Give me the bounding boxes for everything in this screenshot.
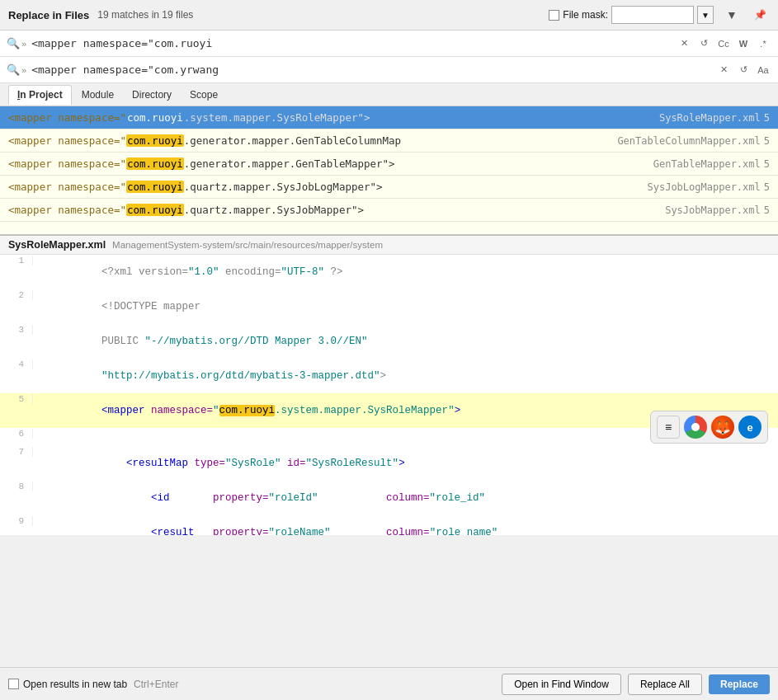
line-num-3: 3 [0,325,33,335]
code-area[interactable]: 1 <?xml version="1.0" encoding="UTF-8" ?… [0,255,778,535]
open-find-window-button[interactable]: Open in Find Window [502,674,621,695]
result-count-2: 5 [764,158,770,170]
replace-in-files-header: Replace in Files 19 matches in 19 files … [0,0,778,31]
floating-icons-overlay: ≡ 🦊 e [650,411,768,444]
clear-icon-1: ✕ [681,38,688,49]
result-count-1: 5 [764,135,770,147]
chrome-icon[interactable] [684,416,707,439]
filter-icon: ▼ [726,8,738,21]
file-mask-dropdown[interactable]: ▼ [697,6,714,24]
dropdown-arrow-icon: ▼ [701,11,710,20]
result-highlight-1: com.ruoyi [126,134,184,147]
line-content-7: <resultMap type="SysRole" id="SysRoleRes… [40,446,405,481]
new-tab-checkbox[interactable] [8,679,19,689]
tab-directory[interactable]: Directory [124,86,180,104]
result-highlight-3: com.ruoyi [126,181,184,193]
result-count-4: 5 [764,204,770,216]
clear-search-2[interactable]: ✕ [715,62,732,78]
tab-in-project[interactable]: In Project [8,85,72,105]
search-arrow-1: » [21,39,26,49]
pin-button[interactable]: 📌 [750,5,770,25]
tab-scope[interactable]: Scope [182,86,226,104]
regex-1[interactable]: .* [755,35,771,52]
line-num-5: 5 [0,394,33,404]
viewer-filename: SysRoleMapper.xml [8,239,106,251]
list-icon[interactable]: ≡ [657,416,680,439]
code-line-4: 4 "http://mybatis.org/dtd/mybatis-3-mapp… [0,359,778,393]
line-content-1: <?xml version="1.0" encoding="UTF-8" ?> [40,255,343,289]
filter-button[interactable]: ▼ [722,5,742,25]
match-count: 19 matches in 19 files [97,9,193,21]
result-prefix-0: <mapper namespace=" [8,111,126,124]
search-text-2[interactable]: <mapper namespace="com.yrwang [31,63,710,76]
w-icon: W [739,39,747,49]
case-sensitive-1[interactable]: Cc [715,35,732,52]
line-num-4: 4 [0,359,33,369]
line-num-8: 8 [0,482,33,491]
result-item[interactable]: <mapper namespace="com.ruoyi.generator.m… [0,153,778,176]
result-content-1: <mapper namespace="com.ruoyi.generator.m… [8,134,601,147]
code-line-9: 9 <result property="roleName" column="ro… [0,515,778,535]
file-mask-area: File mask: ▼ [549,6,714,24]
line-num-7: 7 [0,447,33,457]
search-text-1[interactable]: <mapper namespace="com.ruoyi [31,37,671,49]
line-content-5: <mapper namespace="com.ruoyi.system.mapp… [40,393,460,428]
file-mask-checkbox[interactable] [549,10,559,21]
result-count-0: 5 [764,112,770,124]
tab-module-label: Module [82,89,114,101]
search-arrow-2: » [21,65,26,75]
tab-module[interactable]: Module [73,86,122,104]
refresh-search-1[interactable]: ↺ [695,35,712,52]
replace-button[interactable]: Replace [709,674,770,694]
result-count-3: 5 [764,181,770,193]
file-mask-input[interactable] [611,6,694,24]
word-match-1[interactable]: W [735,35,752,52]
line-content-3: PUBLIC "-//mybatis.org//DTD Mapper 3.0//… [40,324,368,359]
refresh-icon-2: ↺ [740,64,747,75]
line-content-6 [40,428,46,439]
scope-tabs: In Project Module Directory Scope [0,83,778,106]
regex-icon: .* [760,39,766,49]
clear-icon-2: ✕ [720,64,728,75]
search-icon-1: 🔍 » [7,37,26,49]
replace-all-button[interactable]: Replace All [628,674,702,695]
search-row-1: 🔍 » <mapper namespace="com.ruoyi ✕ ↺ Cc … [0,31,778,57]
result-item[interactable]: <mapper namespace="com.ruoyi.quartz.mapp… [0,199,778,222]
cc-icon: Cc [718,39,728,49]
edge-icon[interactable]: e [738,416,761,439]
line-num-2: 2 [0,290,33,300]
line-content-8: <id property="roleId" column="role_id" [40,481,485,515]
firefox-icon[interactable]: 🦊 [711,416,734,439]
code-line-7: 7 <resultMap type="SysRole" id="SysRoleR… [0,446,778,481]
result-prefix-4: <mapper namespace=" [8,204,126,216]
code-line-3: 3 PUBLIC "-//mybatis.org//DTD Mapper 3.0… [0,324,778,359]
refresh-search-2[interactable]: ↺ [735,62,752,78]
line-content-2: <!DOCTYPE mapper [40,289,200,324]
result-suffix-0: .system.mapper.SysRoleMapper"> [184,111,370,124]
result-content-0: <mapper namespace="com.ruoyi.system.mapp… [8,111,643,124]
file-viewer: SysRoleMapper.xml ManagementSystem-syste… [0,234,778,535]
result-prefix-2: <mapper namespace=" [8,157,126,170]
aa-toggle[interactable]: Aa [755,62,771,78]
results-list: <mapper namespace="com.ruoyi.system.mapp… [0,106,778,234]
magnifier-icon-1: 🔍 [7,37,20,49]
result-highlight-4: com.ruoyi [126,204,184,216]
result-content-3: <mapper namespace="com.ruoyi.quartz.mapp… [8,181,630,193]
result-highlight-2: com.ruoyi [126,157,184,170]
result-prefix-3: <mapper namespace=" [8,181,126,193]
result-item[interactable]: <mapper namespace="com.ruoyi.generator.m… [0,129,778,153]
result-file-1: GenTableColumnMapper.xml [601,135,760,147]
file-viewer-header: SysRoleMapper.xml ManagementSystem-syste… [0,236,778,255]
aa-icon: Aa [757,65,768,75]
search-actions-1: ✕ ↺ Cc W .* [676,35,771,52]
code-line-1: 1 <?xml version="1.0" encoding="UTF-8" ?… [0,255,778,289]
result-suffix-1: .generator.mapper.GenTableColumnMap [184,134,401,147]
search-actions-2: ✕ ↺ Aa [715,62,771,78]
clear-search-1[interactable]: ✕ [676,35,692,52]
result-suffix-3: .quartz.mapper.SysJobLogMapper"> [184,181,383,193]
code-line-8: 8 <id property="roleId" column="role_id" [0,481,778,515]
result-item[interactable]: <mapper namespace="com.ruoyi.system.mapp… [0,106,778,129]
bottom-bar: Open results in new tab Ctrl+Enter Open … [0,667,778,700]
line-num-9: 9 [0,516,33,526]
result-item[interactable]: <mapper namespace="com.ruoyi.quartz.mapp… [0,176,778,199]
